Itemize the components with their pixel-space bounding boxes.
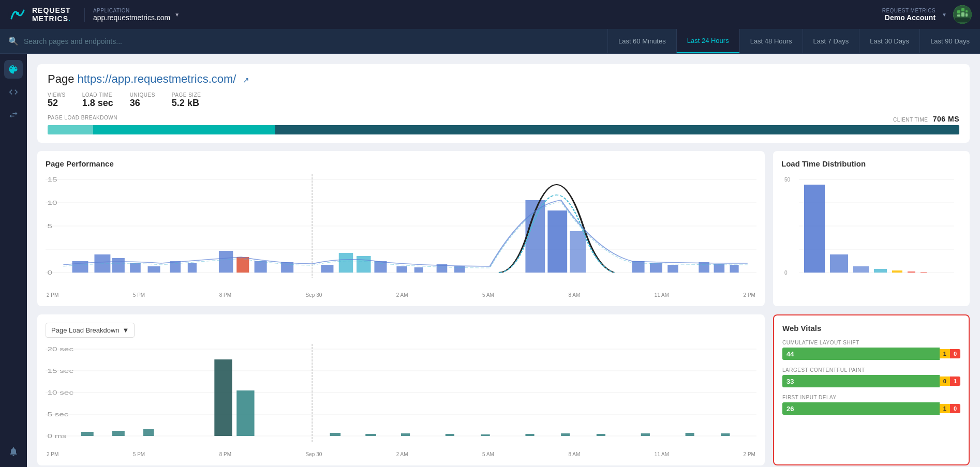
logo-text: REQUEST METRICS.: [32, 6, 71, 23]
time-btn-7d[interactable]: Last 7 Days: [803, 29, 859, 53]
vital-cls-value: 44: [786, 350, 794, 358]
vital-cls-badge-red: 0: [950, 349, 960, 358]
vital-fid-bar-row: 26 1 0: [782, 402, 960, 415]
svg-rect-86: [641, 433, 650, 436]
account-info: REQUEST METRICS Demo Account: [882, 8, 936, 22]
load-label: LOAD TIME: [82, 92, 113, 98]
uniques-label: UNIQUES: [130, 92, 155, 98]
vital-lcp-value: 33: [786, 378, 794, 385]
search-input[interactable]: [24, 37, 599, 46]
svg-rect-28: [255, 261, 267, 273]
load-distribution-svg: 50 0: [781, 174, 961, 288]
performance-chart-svg: 15 10 5 0: [46, 174, 756, 288]
logo-icon: [8, 5, 27, 24]
svg-rect-85: [597, 434, 605, 436]
page-header-card: Page https://app.requestmetrics.com/ ↗ V…: [37, 64, 970, 143]
vital-cls-bar: 44: [782, 348, 940, 360]
time-btn-30d[interactable]: Last 30 Days: [859, 29, 919, 53]
sidebar-icon-code[interactable]: [4, 83, 23, 101]
svg-text:0: 0: [47, 270, 52, 276]
web-vitals-card: Web Vitals CUMULATIVE LAYOUT SHIFT 44 1 …: [773, 314, 970, 465]
vital-fid-badge-yellow: 1: [940, 404, 950, 413]
vital-fid-label: FIRST INPUT DELAY: [782, 395, 960, 400]
time-btn-60min[interactable]: Last 60 Minutes: [607, 29, 676, 53]
main-content: Page https://app.requestmetrics.com/ ↗ V…: [27, 54, 980, 467]
time-btn-90d[interactable]: Last 90 Days: [919, 29, 980, 53]
performance-chart-card: Page Performance 15 10 5 0: [37, 151, 765, 306]
vital-cls-badge-yellow: 1: [940, 349, 950, 358]
svg-rect-73: [112, 431, 125, 436]
web-vitals-title: Web Vitals: [782, 324, 960, 333]
avatar[interactable]: [953, 5, 972, 24]
svg-rect-40: [547, 210, 567, 273]
time-buttons: Last 60 Minutes Last 24 Hours Last 48 Ho…: [607, 29, 980, 53]
header-right: REQUEST METRICS Demo Account ▼: [882, 5, 972, 24]
svg-rect-45: [699, 262, 709, 273]
svg-rect-6: [957, 14, 960, 17]
svg-point-1: [16, 12, 19, 15]
svg-rect-44: [667, 265, 678, 273]
svg-text:0: 0: [784, 270, 788, 276]
svg-rect-24: [170, 261, 181, 273]
account-chevron-icon[interactable]: ▼: [942, 12, 947, 18]
svg-rect-61: [920, 272, 927, 273]
vital-lcp-label: LARGEST CONTENTFUL PAINT: [782, 367, 960, 373]
vital-lcp-badge-yellow: 0: [940, 376, 950, 386]
svg-rect-21: [112, 258, 125, 273]
svg-rect-31: [321, 265, 333, 273]
views-label: VIEWS: [48, 92, 66, 98]
top-header: REQUEST METRICS. APPLICATION app.request…: [0, 0, 980, 29]
svg-rect-56: [830, 254, 848, 273]
svg-rect-25: [188, 263, 197, 273]
bar-segment-2: [93, 125, 275, 134]
sidebar-icon-bell[interactable]: [4, 442, 23, 461]
search-input-area: 🔍: [0, 36, 607, 46]
sidebar-icon-palette[interactable]: [4, 60, 23, 79]
app-label: APPLICATION: [93, 8, 170, 13]
page-url-link[interactable]: https://app.requestmetrics.com/: [78, 72, 236, 85]
svg-rect-47: [730, 265, 738, 273]
svg-rect-87: [686, 433, 694, 436]
app-layout: Page https://app.requestmetrics.com/ ↗ V…: [0, 54, 980, 467]
svg-rect-57: [853, 266, 869, 273]
page-title: Page https://app.requestmetrics.com/ ↗: [48, 72, 959, 86]
dropdown-label: Page Load Breakdown: [51, 326, 120, 334]
svg-text:5 sec: 5 sec: [47, 412, 68, 417]
svg-rect-46: [714, 264, 725, 273]
breakdown-section: PAGE LOAD BREAKDOWN CLIENT TIME 706 ms: [48, 115, 959, 134]
external-link-icon[interactable]: ↗: [243, 76, 249, 84]
svg-rect-72: [81, 432, 94, 436]
svg-text:15: 15: [47, 177, 57, 183]
breakdown-dropdown[interactable]: Page Load Breakdown ▼: [46, 323, 135, 338]
search-icon: 🔍: [8, 36, 19, 46]
account-label: REQUEST METRICS: [882, 8, 936, 13]
search-bar: 🔍 Last 60 Minutes Last 24 Hours Last 48 …: [0, 29, 980, 54]
size-label: PAGE SIZE: [172, 92, 201, 98]
stat-views: VIEWS 52: [48, 92, 66, 109]
time-btn-48h[interactable]: Last 48 Hours: [739, 29, 803, 53]
load-distribution-card: Load Time Distribution 50 0: [773, 151, 970, 306]
svg-rect-27: [236, 257, 249, 273]
vital-lcp-badge-red: 1: [950, 376, 960, 386]
sidebar-icon-arrows[interactable]: [4, 106, 23, 124]
time-btn-24h[interactable]: Last 24 Hours: [676, 29, 739, 53]
svg-text:15 sec: 15 sec: [47, 368, 73, 374]
svg-rect-43: [650, 263, 662, 273]
page-load-breakdown-card: Page Load Breakdown ▼ 20 sec 15 sec 10 s…: [37, 314, 765, 465]
svg-rect-81: [446, 434, 454, 436]
vital-lcp: LARGEST CONTENTFUL PAINT 33 0 1: [782, 367, 960, 387]
breakdown-chart-svg: 20 sec 15 sec 10 sec 5 sec 0 ms: [46, 344, 756, 447]
vital-fid-badge-red: 0: [950, 404, 960, 413]
svg-rect-74: [143, 429, 154, 436]
load-distribution-title: Load Time Distribution: [781, 159, 961, 168]
svg-rect-59: [892, 270, 902, 273]
uniques-value: 36: [130, 98, 155, 109]
bar-segment-3: [275, 125, 959, 134]
views-value: 52: [48, 98, 66, 109]
app-selector[interactable]: APPLICATION app.requestmetrics.com ▼: [84, 8, 180, 22]
svg-rect-75: [214, 359, 232, 436]
breakdown-label: PAGE LOAD BREAKDOWN CLIENT TIME 706 ms: [48, 115, 959, 123]
dropdown-chevron-icon: ▼: [123, 326, 129, 334]
svg-rect-3: [957, 10, 960, 13]
svg-rect-9: [955, 18, 970, 22]
